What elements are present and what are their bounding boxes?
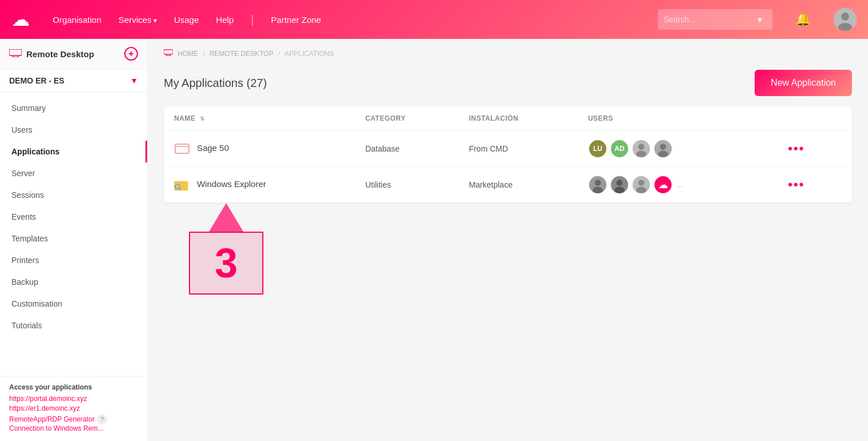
footer-access-title: Access your applications (9, 383, 138, 391)
org-name: DEMO ER - ES (9, 76, 130, 85)
svg-point-30 (636, 187, 646, 194)
nav-usage[interactable]: Usage (174, 15, 199, 25)
annotation-overlay: 3 (189, 203, 263, 295)
bell-icon[interactable]: 🔔 (795, 12, 811, 27)
sidebar-item-backup[interactable]: Backup (0, 271, 147, 293)
more-users-count: ... (677, 181, 682, 188)
app-name-sage[interactable]: Sage 50 (197, 143, 229, 153)
col-category: CATEGORY (355, 106, 459, 131)
svg-point-24 (593, 187, 603, 194)
breadcrumb-applications: APPLICATIONS (285, 50, 334, 58)
breadcrumb: HOME / REMOTE DESKTOP / APPLICATIONS (148, 39, 868, 64)
more-options-explorer[interactable]: ••• (783, 175, 809, 194)
nav-links: Organisation Services Usage Help | Partn… (53, 13, 641, 26)
table-row: Sage 50 Database From CMD LU AD (164, 131, 852, 167)
sidebar-item-printers[interactable]: Printers (0, 249, 147, 271)
footer-connection-link[interactable]: Connection to Windows Rem... (9, 424, 138, 432)
sidebar-item-sessions[interactable]: Sessions (0, 184, 147, 206)
users-cell: LU AD (588, 139, 763, 158)
sidebar-item-users[interactable]: Users (0, 119, 147, 141)
sidebar-nav: Summary Users Applications Server Sessio… (0, 93, 147, 341)
svg-rect-7 (164, 50, 173, 54)
topnav: ☁ Organisation Services Usage Help | Par… (0, 0, 868, 39)
footer-rdp-link[interactable]: RemoteApp/RDP Generator (9, 415, 94, 423)
avatar-p4[interactable] (610, 175, 629, 194)
nav-help[interactable]: Help (216, 15, 234, 25)
app-category-explorer: Utilities (355, 167, 459, 203)
new-application-button[interactable]: New Application (755, 70, 852, 96)
avatar-lu[interactable]: LU (588, 139, 607, 158)
search-input[interactable] (664, 15, 755, 24)
main-content: HOME / REMOTE DESKTOP / APPLICATIONS My … (148, 39, 868, 441)
add-button[interactable]: + (124, 47, 138, 61)
search-box[interactable]: ▾ (658, 9, 772, 30)
sort-icon: ⇅ (200, 116, 205, 122)
help-icon[interactable]: ? (97, 414, 107, 424)
avatar-ad[interactable]: AD (610, 139, 629, 158)
search-arrow-icon: ▾ (757, 14, 762, 25)
nav-partner-zone[interactable]: Partner Zone (271, 15, 321, 25)
table-wrapper: NAME ⇅ CATEGORY INSTALACIÓN USERS (148, 106, 868, 202)
avatar[interactable] (834, 8, 857, 31)
breadcrumb-sep-2: / (278, 50, 280, 58)
arrow-up-icon (209, 203, 243, 232)
app-users-explorer: ☁ ... (578, 167, 773, 203)
sidebar-footer: Access your applications https://portal.… (0, 376, 147, 441)
svg-point-23 (595, 180, 601, 186)
sidebar-item-tutorials[interactable]: Tutorials (0, 315, 147, 336)
remote-desktop-icon (9, 48, 22, 60)
table-row: Windows Explorer Utilities Marketplace (164, 167, 852, 203)
sidebar-item-summary[interactable]: Summary (0, 97, 147, 119)
sidebar-item-templates[interactable]: Templates (0, 228, 147, 249)
svg-point-27 (614, 187, 625, 194)
breadcrumb-home[interactable]: HOME (177, 50, 198, 58)
avatar-p5[interactable] (632, 175, 651, 194)
users-cell: ☁ ... (588, 175, 763, 194)
app-icon-sage (174, 143, 190, 154)
logo-icon[interactable]: ☁ (11, 9, 30, 30)
nav-organisation[interactable]: Organisation (53, 15, 101, 25)
more-options-sage[interactable]: ••• (783, 139, 809, 158)
app-category-sage: Database (355, 131, 459, 167)
annotation-number: 3 (215, 240, 238, 287)
col-name[interactable]: NAME ⇅ (164, 106, 355, 131)
sidebar: Remote Desktop + DEMO ER - ES ▼ Summary … (0, 39, 148, 441)
sidebar-item-applications[interactable]: Applications (0, 141, 147, 162)
svg-point-18 (658, 151, 668, 158)
col-installation: INSTALACIÓN (459, 106, 578, 131)
page-title: My Applications (27) (164, 77, 267, 90)
page-header: My Applications (27) New Application (148, 64, 868, 106)
avatar-p1[interactable] (632, 139, 651, 158)
avatar-p2[interactable] (653, 139, 673, 158)
svg-point-15 (636, 151, 646, 158)
nav-services[interactable]: Services (119, 15, 157, 25)
svg-point-14 (638, 144, 645, 150)
avatar-p3[interactable] (588, 175, 607, 194)
org-selector[interactable]: DEMO ER - ES ▼ (0, 69, 147, 93)
sidebar-item-customisation[interactable]: Customisation (0, 293, 147, 315)
app-name-explorer[interactable]: Windows Explorer (197, 179, 266, 189)
svg-rect-3 (9, 49, 22, 55)
app-name-cell: Sage 50 (164, 131, 355, 167)
app-installation-explorer: Marketplace (459, 167, 578, 203)
sidebar-item-server[interactable]: Server (0, 162, 147, 184)
avatar-brand[interactable]: ☁ (653, 175, 673, 194)
home-icon (164, 48, 173, 59)
org-dropdown-icon: ▼ (130, 76, 138, 85)
footer-rdp: RemoteApp/RDP Generator ? (9, 414, 138, 424)
main-layout: Remote Desktop + DEMO ER - ES ▼ Summary … (0, 39, 868, 441)
app-users-sage: LU AD (578, 131, 773, 167)
svg-point-17 (660, 144, 666, 150)
footer-link-er1[interactable]: https://er1.demoinc.xyz (9, 404, 138, 412)
applications-table: NAME ⇅ CATEGORY INSTALACIÓN USERS (164, 106, 852, 202)
sidebar-item-events[interactable]: Events (0, 206, 147, 228)
col-actions (773, 106, 852, 131)
app-name-cell: Windows Explorer (164, 167, 355, 203)
svg-point-26 (617, 180, 623, 186)
col-users: USERS (578, 106, 773, 131)
svg-point-29 (638, 180, 645, 186)
sidebar-header: Remote Desktop + (0, 39, 147, 69)
breadcrumb-remote-desktop[interactable]: REMOTE DESKTOP (210, 50, 274, 58)
footer-link-portal[interactable]: https://portal.demoinc.xyz (9, 395, 138, 403)
sidebar-title: Remote Desktop (26, 49, 124, 59)
